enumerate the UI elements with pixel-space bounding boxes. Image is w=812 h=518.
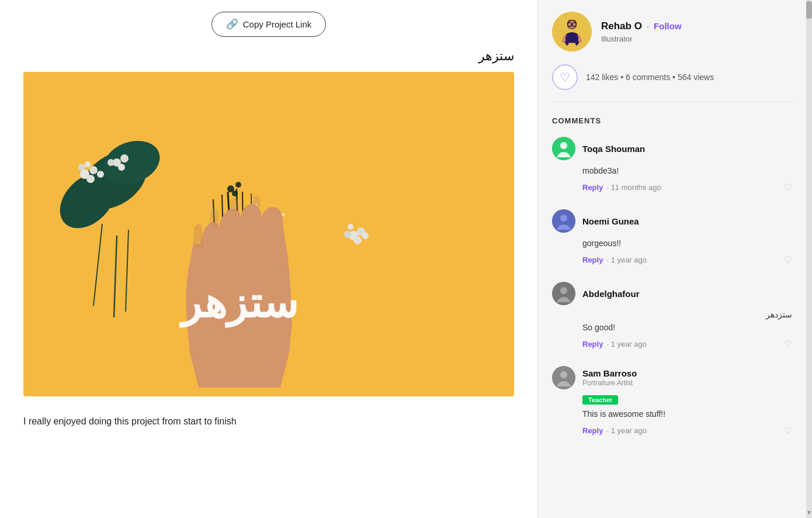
comment-item: Noemi Gunea gorgeous!! Reply · 1 year ag… <box>552 209 792 265</box>
comment-author-name: Noemi Gunea <box>582 216 639 226</box>
scrollbar-thumb <box>806 1 812 19</box>
copy-project-link-button[interactable]: 🔗 Copy Project Link <box>211 12 327 37</box>
comments-heading: COMMENTS <box>552 116 792 125</box>
views-count: 564 views <box>678 72 714 82</box>
svg-point-39 <box>578 39 582 43</box>
svg-point-11 <box>97 171 104 178</box>
scrollbar-bottom-arrow[interactable]: ▼ <box>806 507 812 518</box>
heart-icon: ♡ <box>560 70 570 84</box>
comment-item: Toqa Shouman mobde3a! Reply · 11 months … <box>552 137 792 193</box>
like-button[interactable]: ♡ <box>552 64 578 90</box>
svg-point-8 <box>89 166 98 174</box>
svg-point-14 <box>120 154 129 163</box>
copy-link-label: Copy Project Link <box>243 19 312 29</box>
comment-avatar <box>552 137 575 160</box>
follow-button[interactable]: Follow <box>654 21 682 31</box>
comment-text: mobde3a! <box>582 165 792 177</box>
comment-like-button[interactable]: ♡ <box>784 425 792 436</box>
page-scrollbar[interactable]: ▼ <box>806 0 812 518</box>
comment-text: So good! <box>582 322 792 334</box>
reply-link[interactable]: Reply <box>582 183 603 192</box>
comments-section: COMMENTS Toqa Shouman mobde3a! <box>552 116 792 436</box>
comment-avatar <box>552 209 575 233</box>
comment-author-name: Abdelghafour <box>582 289 640 299</box>
comment-body: mobde3a! Reply · 11 months ago ♡ <box>552 165 792 193</box>
svg-point-12 <box>85 161 91 167</box>
comment-like-button[interactable]: ♡ <box>784 339 792 350</box>
comment-time: · 1 year ago <box>606 426 647 435</box>
svg-point-50 <box>560 371 567 378</box>
author-avatar[interactable] <box>552 12 592 51</box>
comment-avatar <box>552 282 575 305</box>
comment-time: · 1 year ago <box>606 340 647 348</box>
comment-author-name: Toqa Shouman <box>582 144 645 154</box>
comment-author-sub: Portraiture Artist <box>582 379 637 387</box>
comment-time: · 11 months ago <box>606 183 661 192</box>
svg-point-48 <box>560 287 567 294</box>
comment-body: ستزدهر So good! Reply · 1 year ago ♡ <box>552 310 792 350</box>
reply-link[interactable]: Reply <box>582 426 603 435</box>
comment-avatar <box>552 366 575 389</box>
svg-point-44 <box>560 142 567 149</box>
author-name: Rehab O <box>601 20 642 32</box>
sidebar: Rehab O · Follow Illustrator ♡ 142 likes… <box>537 0 806 518</box>
main-content: 🔗 Copy Project Link ستزهر <box>0 0 537 518</box>
comment-text: This is awesome stuff!! <box>582 408 792 420</box>
svg-point-38 <box>562 39 565 43</box>
svg-point-9 <box>86 175 95 183</box>
project-title: ستزهر <box>23 49 514 64</box>
comment-body: Teacher This is awesome stuff!! Reply · … <box>552 394 792 436</box>
comment-item: Sam Barroso Portraiture Artist Teacher T… <box>552 366 792 436</box>
svg-point-22 <box>348 224 353 230</box>
stats-text: 142 likes • 6 comments • 564 views <box>586 72 714 82</box>
stats-section: ♡ 142 likes • 6 comments • 564 views <box>552 64 792 102</box>
svg-point-19 <box>353 236 362 244</box>
comment-text: gorgeous!! <box>582 237 792 250</box>
svg-point-15 <box>118 164 125 171</box>
link-icon: 🔗 <box>226 18 238 30</box>
comment-like-button[interactable]: ♡ <box>784 254 792 265</box>
project-image: ✕ ✕ ستزهر <box>23 72 514 396</box>
author-info: Rehab O · Follow Illustrator <box>601 20 682 43</box>
comment-like-button[interactable]: ♡ <box>784 182 792 193</box>
svg-point-24 <box>235 182 241 188</box>
svg-point-10 <box>78 164 85 171</box>
svg-point-21 <box>362 232 369 239</box>
comments-count: 6 comments <box>626 72 670 82</box>
project-description: I really enjoyed doing this project from… <box>23 414 514 429</box>
reply-link[interactable]: Reply <box>582 255 603 264</box>
svg-point-46 <box>560 215 567 222</box>
svg-point-20 <box>344 231 351 238</box>
comment-author-name: Sam Barroso <box>582 368 637 378</box>
author-section: Rehab O · Follow Illustrator <box>552 12 792 51</box>
likes-count: 142 likes <box>586 72 618 82</box>
svg-point-35 <box>552 12 592 51</box>
comment-body: gorgeous!! Reply · 1 year ago ♡ <box>552 237 792 265</box>
reply-link[interactable]: Reply <box>582 340 603 348</box>
svg-text:ستزهر: ستزهر <box>179 279 298 328</box>
comment-item: Abdelghafour ستزدهر So good! Reply · 1 y… <box>552 282 792 350</box>
teacher-badge: Teacher <box>582 395 618 405</box>
comment-arabic-text: ستزدهر <box>582 310 792 319</box>
comment-time: · 1 year ago <box>606 255 647 264</box>
svg-point-16 <box>107 159 114 166</box>
author-role: Illustrator <box>601 34 682 43</box>
